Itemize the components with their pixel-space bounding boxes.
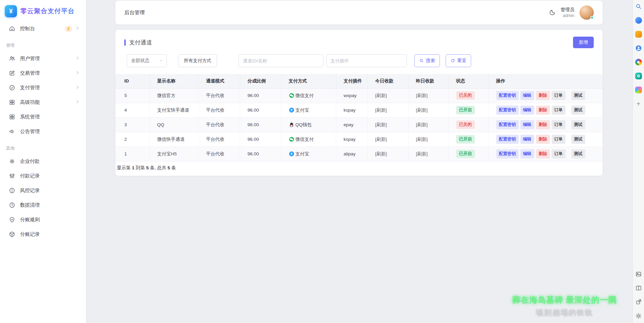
- sidebar-item-split-rules[interactable]: 分账规则: [0, 212, 86, 227]
- settings-gear-icon[interactable]: [635, 312, 642, 320]
- sidebar-item-payments[interactable]: 支付管理: [0, 80, 86, 95]
- add-button[interactable]: 新增: [573, 37, 594, 48]
- cell-yesterday: [刷新]: [408, 132, 448, 147]
- test-button[interactable]: 测试: [571, 91, 585, 100]
- moon-icon[interactable]: [549, 9, 556, 16]
- status-badge: 已开启: [456, 106, 475, 114]
- sidebar-item-split-records[interactable]: 分账记录: [0, 227, 86, 242]
- test-button[interactable]: 测试: [571, 120, 585, 129]
- refresh-yesterday-link[interactable]: [刷新]: [416, 93, 428, 98]
- refresh-today-link[interactable]: [刷新]: [375, 137, 387, 142]
- cell-actions: 配置密钥编辑删除订单测试: [488, 117, 603, 132]
- sidebar-item-data-cleanup[interactable]: 数据清理: [0, 198, 86, 212]
- refresh-yesterday-link[interactable]: [刷新]: [416, 122, 428, 127]
- channel-input[interactable]: [238, 54, 323, 67]
- sidebar-item-enterprise-pay[interactable]: 企业付款: [0, 154, 86, 169]
- cell-today: [刷新]: [368, 117, 408, 132]
- cell-today: [刷新]: [368, 132, 408, 147]
- order-button[interactable]: 订单: [552, 106, 566, 115]
- cell-actions: 配置密钥编辑删除订单测试: [488, 147, 603, 161]
- chevron-right-icon: [75, 26, 80, 32]
- app-blue-icon[interactable]: [635, 17, 642, 24]
- cell-yesterday: [刷新]: [408, 147, 448, 161]
- search-button[interactable]: 搜索: [414, 54, 440, 67]
- refresh-yesterday-link[interactable]: [刷新]: [416, 137, 428, 142]
- camera-app-icon[interactable]: [635, 72, 642, 80]
- contacts-icon[interactable]: [635, 44, 642, 52]
- search-icon: [419, 58, 424, 63]
- refresh-today-link[interactable]: [刷新]: [375, 93, 387, 98]
- plugin-input[interactable]: [326, 54, 407, 67]
- col-header-today: 今日收款: [368, 74, 408, 88]
- channels-table: ID 显示名称 通道模式 分成比例 支付方式 支付插件 今日收款 昨日收款 状态…: [115, 74, 603, 162]
- refresh-yesterday-link[interactable]: [刷新]: [416, 151, 428, 156]
- gear-flower-icon: [9, 158, 16, 165]
- external-link-icon[interactable]: [635, 298, 642, 306]
- configure-key-button[interactable]: 配置密钥: [496, 106, 519, 115]
- cell-id: 1: [115, 147, 149, 161]
- method-filter-button[interactable]: 所有支付方式: [178, 54, 217, 67]
- test-button[interactable]: 测试: [571, 149, 585, 158]
- table-row: 1 支付宝H5 平台代收 96.00 支支付宝 alipay [刷新] [刷新]…: [115, 147, 603, 161]
- sidebar-item-risk-records[interactable]: 风控记录: [0, 183, 86, 198]
- app-orange-icon[interactable]: [635, 31, 642, 38]
- refresh-today-link[interactable]: [刷新]: [375, 122, 387, 127]
- add-icon[interactable]: +: [635, 100, 642, 108]
- cell-actions: 配置密钥编辑删除订单测试: [488, 103, 603, 117]
- sliders-icon: [9, 173, 16, 179]
- delete-button[interactable]: 删除: [536, 106, 550, 115]
- delete-button[interactable]: 删除: [536, 91, 550, 100]
- test-button[interactable]: 测试: [571, 135, 585, 144]
- sidebar-item-system[interactable]: 系统管理: [0, 110, 86, 124]
- edit-button[interactable]: 编辑: [520, 135, 534, 144]
- sidebar-item-label: 支付管理: [20, 84, 75, 91]
- reset-button[interactable]: 重置: [446, 54, 471, 67]
- sidebar-section-label: 其他: [0, 139, 86, 154]
- brand-logo-glyph: ¥: [9, 7, 13, 15]
- pinwheel-app-icon[interactable]: [635, 58, 642, 66]
- grid-icon: [9, 99, 16, 106]
- col-header-plugin: 支付插件: [336, 74, 368, 88]
- cell-mode: 平台代收: [198, 103, 240, 117]
- avatar[interactable]: [579, 5, 594, 20]
- refresh-today-link[interactable]: [刷新]: [375, 151, 387, 156]
- configure-key-button[interactable]: 配置密钥: [496, 149, 519, 158]
- order-button[interactable]: 订单: [552, 135, 566, 144]
- edit-button[interactable]: 编辑: [520, 120, 534, 129]
- cell-status: 已开启: [448, 147, 488, 161]
- cell-id: 2: [115, 132, 149, 147]
- col-header-status: 状态: [448, 74, 488, 88]
- sidebar-item-users[interactable]: 用户管理: [0, 51, 86, 66]
- configure-key-button[interactable]: 配置密钥: [496, 135, 519, 144]
- cell-actions: 配置密钥编辑删除订单测试: [488, 88, 603, 103]
- delete-button[interactable]: 删除: [536, 135, 550, 144]
- delete-button[interactable]: 删除: [536, 149, 550, 158]
- sidebar-item-dashboard[interactable]: 控制台 2: [0, 21, 86, 36]
- edit-icon: [9, 70, 16, 77]
- test-button[interactable]: 测试: [571, 106, 585, 115]
- sidebar-item-payment-records[interactable]: 付款记录: [0, 169, 86, 183]
- palette-app-icon[interactable]: [635, 86, 642, 94]
- notification-badge: 2: [65, 26, 72, 32]
- screenshot-icon[interactable]: [635, 270, 642, 278]
- refresh-yesterday-link[interactable]: [刷新]: [416, 108, 428, 113]
- delete-button[interactable]: 删除: [536, 120, 550, 129]
- edit-button[interactable]: 编辑: [520, 106, 534, 115]
- configure-key-button[interactable]: 配置密钥: [496, 91, 519, 100]
- configure-key-button[interactable]: 配置密钥: [496, 120, 519, 129]
- order-button[interactable]: 订单: [552, 120, 566, 129]
- status-select[interactable]: 全部状态: [127, 54, 167, 67]
- sidebar-item-announcements[interactable]: 公告管理: [0, 124, 86, 139]
- search-icon[interactable]: [635, 3, 642, 10]
- edit-button[interactable]: 编辑: [520, 91, 534, 100]
- sidebar-item-advanced[interactable]: 高级功能: [0, 95, 86, 110]
- cell-ratio: 98.00: [240, 117, 281, 132]
- brand[interactable]: ¥ 零云聚合支付平台: [0, 0, 86, 21]
- edit-button[interactable]: 编辑: [520, 149, 534, 158]
- sidebar-item-trades[interactable]: 交易管理: [0, 66, 86, 80]
- cell-method: 微信支付: [281, 88, 336, 103]
- order-button[interactable]: 订单: [552, 149, 566, 158]
- refresh-today-link[interactable]: [刷新]: [375, 108, 387, 113]
- split-view-icon[interactable]: [635, 284, 642, 292]
- order-button[interactable]: 订单: [552, 91, 566, 100]
